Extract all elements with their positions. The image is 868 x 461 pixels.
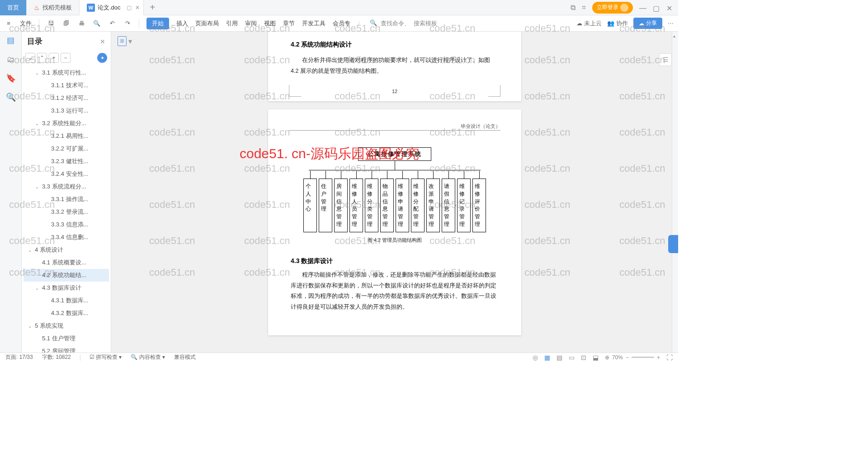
outline-tree: ⌄3.1 系统可行性...3.1.1 技术可...3.1.2 经济可...3.1… (22, 66, 111, 353)
zoom-control[interactable]: ⊕ 70% − + (605, 354, 660, 361)
outline-item[interactable]: 4.3.1 数据库... (24, 294, 109, 307)
outline-item-label: 3.1 系统可行性... (42, 69, 86, 77)
zoom-in-icon[interactable]: + (657, 354, 660, 361)
outline-item[interactable]: 4.2 系统功能结... (24, 269, 109, 282)
outline-item[interactable]: 3.2.1 易用性... (24, 130, 109, 142)
more-icon[interactable]: ⋯ (668, 20, 674, 27)
ai-icon[interactable]: ✦ (97, 53, 107, 63)
outline-item[interactable]: 3.2.4 安全性... (24, 168, 109, 180)
menu-insert[interactable]: 插入 (176, 19, 188, 28)
outline-item[interactable]: 3.1.2 经济可... (24, 92, 109, 104)
outline-remove-icon[interactable]: − (61, 53, 71, 63)
tab-window-icon[interactable]: ▢ (127, 5, 132, 11)
word-doc-icon: W (87, 4, 95, 12)
share-button[interactable]: ☁ 分享 (633, 18, 662, 29)
menu-pagelayout[interactable]: 页面布局 (195, 19, 219, 28)
bookmark-icon[interactable]: 🔖 (6, 73, 16, 83)
outline-item[interactable]: 4.1 系统概要设... (24, 256, 109, 269)
view-focus-icon[interactable]: ⊡ (581, 354, 586, 361)
clipboard-icon[interactable]: 🗂 (6, 54, 16, 64)
outline-item[interactable]: ⌄3.2 系统性能分... (24, 117, 109, 130)
outline-item[interactable]: 3.2.2 可扩展... (24, 142, 109, 155)
main: ▤ 🗂 🔖 🔍 目录 ✕ ⌄ ⌃ + − ✦ ⌄3.1 系统可行性...3.1.… (0, 32, 678, 353)
outline-item[interactable]: ⌄3.3 系统流程分... (24, 180, 109, 193)
outline-add-icon[interactable]: + (49, 53, 59, 63)
titlebar: 首页 ♨ 找稻壳模板 W 论文.doc ▢ ✕ + ⧉ ⌗ 立即登录 — ▢ ✕ (0, 0, 678, 15)
menu-devtools[interactable]: 开发工具 (302, 19, 326, 28)
window-close-icon[interactable]: ✕ (666, 4, 674, 11)
tab-home[interactable]: 首页 (0, 0, 27, 15)
outline-item[interactable]: ⌄4.3 数据库设计 (24, 282, 109, 294)
login-button[interactable]: 立即登录 (592, 2, 633, 14)
redo-icon[interactable]: ↷ (123, 19, 132, 28)
print-icon[interactable]: 🖶 (77, 19, 85, 28)
outline-item[interactable]: 3.3.1 操作流... (24, 193, 109, 206)
outline-expand-icon[interactable]: ⌃ (37, 53, 47, 63)
menu-reference[interactable]: 引用 (226, 19, 238, 28)
zoom-out-icon[interactable]: − (626, 354, 629, 361)
status-contentcheck[interactable]: 🔍 内容检查 ▾ (131, 353, 165, 361)
menu-start[interactable]: 开始 (146, 18, 169, 29)
outline-collapse-icon[interactable]: ⌄ (25, 53, 35, 63)
share-label: 分享 (646, 19, 657, 27)
outline-item[interactable]: 5.1 住户管理 (24, 332, 109, 345)
zoom-icon: ⊕ (605, 354, 609, 361)
chevron-down-icon: ⌄ (28, 324, 33, 329)
tab-add-button[interactable]: + (144, 2, 162, 13)
menu-icon[interactable]: ≡ (5, 19, 13, 28)
menu-member[interactable]: 会员专 (333, 19, 350, 28)
view-outline-icon[interactable]: ▤ (557, 354, 562, 361)
status-page[interactable]: 页面: 17/33 (5, 353, 33, 361)
outline-item[interactable]: 3.3.4 信息删... (24, 231, 109, 244)
outline-item[interactable]: 3.3.2 登录流... (24, 206, 109, 218)
search-tpl-placeholder: 搜索模板 (414, 19, 437, 28)
search-area[interactable]: 🔍 查找命令、 搜索模板 (370, 19, 437, 28)
view-read-icon[interactable]: ◎ (533, 354, 538, 361)
scroll-right-icon[interactable]: 〉 (358, 20, 363, 27)
menu-section[interactable]: 章节 (283, 19, 295, 28)
cloud-status[interactable]: ☁ 未上云 (576, 19, 602, 28)
outline-item[interactable]: ⌄3.1 系统可行性... (24, 66, 109, 79)
layout-icon[interactable]: ⧉ (571, 4, 576, 12)
tab-template[interactable]: ♨ 找稻壳模板 (27, 0, 80, 15)
fullscreen-icon[interactable]: ⛶ (666, 354, 673, 361)
cloud-label: 未上云 (584, 19, 602, 28)
page-hint[interactable]: ≡ ▾ (118, 36, 132, 46)
status-spellcheck[interactable]: ☑ 拼写检查 ▾ (90, 353, 122, 361)
bookmark-toggle-icon[interactable]: ☰ (659, 53, 672, 66)
outline-icon[interactable]: ▤ (6, 35, 16, 45)
outline-item-label: 3.1.2 经济可... (51, 94, 88, 102)
apps-icon[interactable]: ⌗ (582, 4, 586, 12)
outline-item[interactable]: 3.3.3 信息添... (24, 218, 109, 231)
status-compat[interactable]: 兼容模式 (174, 353, 196, 361)
view-web-icon[interactable]: ▭ (569, 354, 575, 361)
outline-item[interactable]: ⌄5 系统实现 (24, 320, 109, 332)
outline-item[interactable]: ⌄4 系统设计 (24, 244, 109, 256)
outline-item[interactable]: 5.2 房间管理 (24, 345, 109, 353)
file-menu[interactable]: 文件 (20, 19, 32, 28)
outline-item[interactable]: 3.1.1 技术可... (24, 79, 109, 92)
find-icon[interactable]: 🔍 (6, 92, 16, 102)
window-maximize-icon[interactable]: ▢ (653, 4, 660, 11)
outline-item[interactable]: 3.1.3 运行可... (24, 104, 109, 117)
window-minimize-icon[interactable]: — (639, 4, 646, 11)
tab-document[interactable]: W 论文.doc ▢ ✕ (80, 0, 144, 15)
page-number: 12 (392, 89, 397, 94)
diagram-box: 改派申请管理 (426, 179, 440, 232)
view-page-icon[interactable]: ▦ (544, 354, 550, 361)
preview-icon[interactable]: 🔍 (93, 19, 101, 28)
outline-close-icon[interactable]: ✕ (100, 38, 105, 45)
tab-close-icon[interactable]: ✕ (135, 5, 140, 11)
menu-view[interactable]: 视图 (264, 19, 276, 28)
save-icon[interactable]: 🖫 (47, 19, 55, 28)
outline-item[interactable]: 3.2.3 健壮性... (24, 155, 109, 168)
ai-float-button[interactable] (668, 235, 678, 253)
outline-item[interactable]: 4.3.2 数据库... (24, 307, 109, 320)
status-words[interactable]: 字数: 10822 (42, 353, 71, 361)
saveas-icon[interactable]: 🗐 (62, 19, 70, 28)
undo-icon[interactable]: ↶ (108, 19, 116, 28)
right-scrollbar[interactable]: ▴ (672, 32, 678, 353)
collab-button[interactable]: 👥 协作 (607, 19, 628, 28)
menu-review[interactable]: 审阅 (245, 19, 257, 28)
view-split-icon[interactable]: ⬓ (593, 354, 599, 361)
